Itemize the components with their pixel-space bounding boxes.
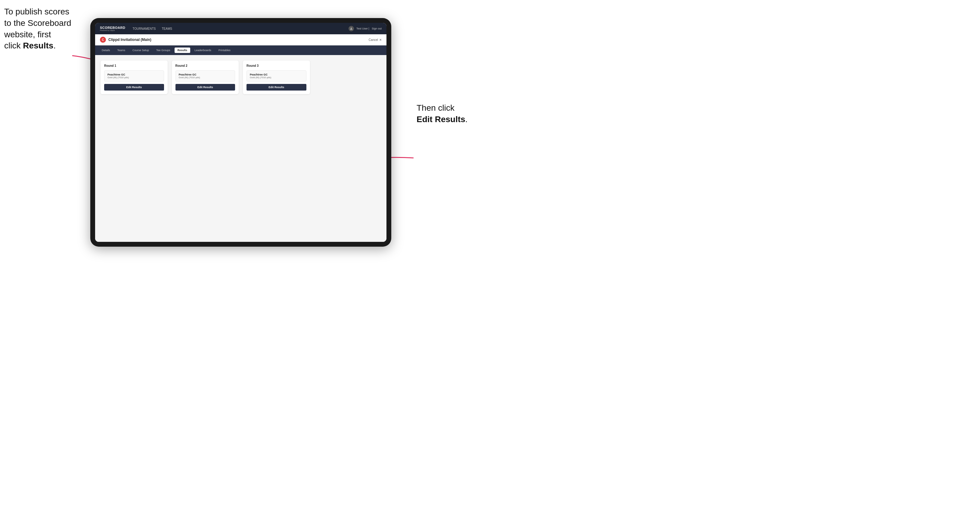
content-area: Round 1 Peachtree GC Gold (M) (7010 yds)… [95, 55, 387, 242]
nav-teams[interactable]: TEAMS [162, 26, 172, 32]
round-card-3: Round 3 Peachtree GC Gold (M) (7010 yds)… [243, 60, 310, 94]
tablet-screen: SCOREBOARD Powered by clippd TOURNAMENTS… [95, 23, 387, 242]
round-3-title: Round 3 [247, 64, 306, 67]
empty-column [314, 60, 381, 94]
svg-point-2 [351, 28, 352, 29]
tab-printables[interactable]: Printables [215, 48, 234, 53]
tournament-header: C Clippd Invitational (Main) Cancel ✕ [95, 34, 387, 45]
round-card-2: Round 2 Peachtree GC Gold (M) (7010 yds)… [172, 60, 239, 94]
round-1-course-name: Peachtree GC [107, 73, 161, 76]
round-card-1: Round 1 Peachtree GC Gold (M) (7010 yds)… [100, 60, 168, 94]
nav-right: Test User | Sign out [348, 26, 382, 31]
instruction-left: To publish scores to the Scoreboard webs… [4, 6, 73, 51]
round-2-title: Round 2 [175, 64, 235, 67]
instruction-right: Then click Edit Results. [417, 102, 486, 125]
top-nav: SCOREBOARD Powered by clippd TOURNAMENTS… [95, 23, 387, 34]
round-1-course-details: Gold (M) (7010 yds) [107, 76, 161, 79]
nav-tournaments[interactable]: TOURNAMENTS [132, 26, 156, 32]
tab-details[interactable]: Details [99, 48, 113, 53]
tournament-title: Clippd Invitational (Main) [108, 38, 151, 42]
tab-teams[interactable]: Teams [115, 48, 129, 53]
tab-results[interactable]: Results [175, 48, 191, 53]
round-3-course-name: Peachtree GC [250, 73, 303, 76]
tab-tee-groups[interactable]: Tee Groups [153, 48, 173, 53]
tab-leaderboards[interactable]: Leaderboards [191, 48, 214, 53]
edit-results-button-1[interactable]: Edit Results [104, 84, 164, 90]
tab-course-setup[interactable]: Course Setup [129, 48, 152, 53]
round-2-course-name: Peachtree GC [179, 73, 232, 76]
logo-sub: Powered by clippd [100, 30, 125, 31]
round-1-title: Round 1 [104, 64, 164, 67]
sub-nav: Details Teams Course Setup Tee Groups Re… [95, 45, 387, 55]
cancel-button[interactable]: Cancel ✕ [369, 38, 382, 41]
rounds-grid: Round 1 Peachtree GC Gold (M) (7010 yds)… [100, 60, 381, 94]
round-1-course: Peachtree GC Gold (M) (7010 yds) [104, 70, 164, 81]
edit-results-button-2[interactable]: Edit Results [175, 84, 235, 90]
tournament-title-area: C Clippd Invitational (Main) [100, 37, 151, 43]
tournament-icon: C [100, 37, 106, 43]
edit-results-button-3[interactable]: Edit Results [247, 84, 306, 90]
user-name: Test User | [356, 27, 369, 30]
user-icon [348, 26, 354, 31]
sign-out-link[interactable]: Sign out [372, 27, 382, 30]
tablet-frame: SCOREBOARD Powered by clippd TOURNAMENTS… [90, 18, 391, 247]
close-icon: ✕ [379, 38, 382, 41]
round-2-course: Peachtree GC Gold (M) (7010 yds) [175, 70, 235, 81]
logo-area: SCOREBOARD Powered by clippd [100, 26, 125, 31]
round-2-course-details: Gold (M) (7010 yds) [179, 76, 232, 79]
round-3-course-details: Gold (M) (7010 yds) [250, 76, 303, 79]
round-3-course: Peachtree GC Gold (M) (7010 yds) [247, 70, 306, 81]
logo-text: SCOREBOARD [100, 26, 125, 30]
nav-links: TOURNAMENTS TEAMS [132, 26, 348, 32]
